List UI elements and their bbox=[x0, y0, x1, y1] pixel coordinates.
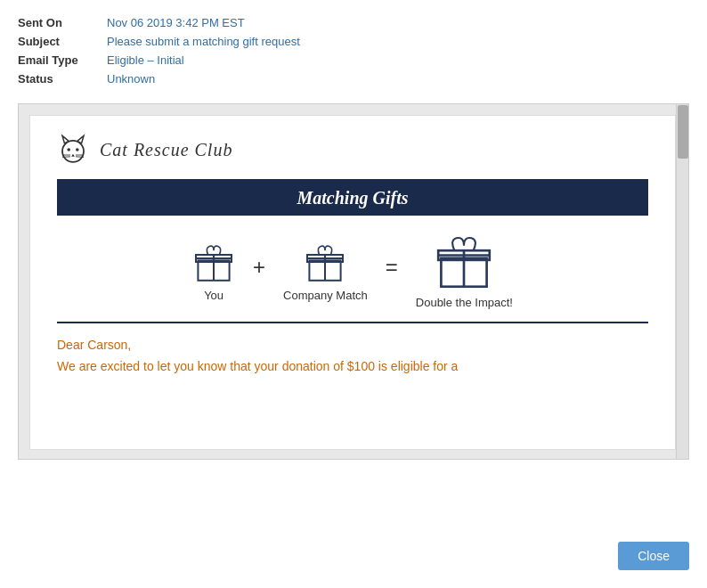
email-header-logo: Cat Rescue Club bbox=[30, 116, 675, 179]
matching-gifts-text: Matching Gifts bbox=[297, 188, 408, 208]
email-type-row: Email Type Eligible – Initial bbox=[18, 53, 689, 67]
svg-marker-1 bbox=[62, 135, 69, 143]
cat-logo-icon bbox=[57, 134, 89, 166]
sent-on-label: Sent On bbox=[18, 16, 107, 29]
svg-point-4 bbox=[76, 148, 79, 151]
plus-operator: + bbox=[253, 255, 265, 280]
org-name: Cat Rescue Club bbox=[100, 140, 232, 160]
gift-impact: Double the Impact! bbox=[416, 233, 513, 309]
svg-line-7 bbox=[62, 157, 70, 158]
gift-you: You bbox=[192, 241, 235, 302]
sent-on-row: Sent On Nov 06 2019 3:42 PM EST bbox=[18, 16, 689, 29]
gift2-label: Company Match bbox=[283, 289, 368, 302]
gifts-row: You + Company Match = bbox=[30, 216, 675, 318]
subject-row: Subject Please submit a matching gift re… bbox=[18, 35, 689, 48]
matching-gifts-banner: Matching Gifts bbox=[57, 181, 648, 216]
status-row: Status Unknown bbox=[18, 72, 689, 86]
gift3-label: Double the Impact! bbox=[416, 296, 513, 309]
svg-point-0 bbox=[62, 141, 84, 162]
gift-company: Company Match bbox=[283, 241, 368, 302]
metadata-section: Sent On Nov 06 2019 3:42 PM EST Subject … bbox=[0, 0, 707, 103]
subject-label: Subject bbox=[18, 35, 107, 48]
email-type-label: Email Type bbox=[18, 53, 107, 67]
svg-point-3 bbox=[67, 148, 70, 151]
svg-line-9 bbox=[76, 157, 84, 158]
status-value: Unknown bbox=[107, 72, 155, 86]
dear-line: Dear Carson, bbox=[57, 338, 648, 352]
email-body-text: Dear Carson, We are excited to let you k… bbox=[30, 323, 675, 388]
equals-operator: = bbox=[386, 255, 398, 280]
status-label: Status bbox=[18, 72, 107, 86]
svg-marker-2 bbox=[77, 135, 84, 143]
scrollbar-thumb[interactable] bbox=[678, 105, 688, 159]
body-line: We are excited to let you know that your… bbox=[57, 359, 648, 373]
subject-value: Please submit a matching gift request bbox=[107, 35, 300, 48]
svg-marker-5 bbox=[71, 154, 75, 157]
scrollbar[interactable] bbox=[676, 104, 688, 459]
sent-on-value: Nov 06 2019 3:42 PM EST bbox=[107, 16, 245, 29]
email-content-area: Cat Rescue Club Matching Gifts bbox=[29, 115, 676, 450]
gift1-label: You bbox=[204, 289, 223, 302]
email-type-value: Eligible – Initial bbox=[107, 53, 184, 67]
email-preview-wrapper: Cat Rescue Club Matching Gifts bbox=[18, 103, 689, 460]
close-button[interactable]: Close bbox=[618, 542, 689, 570]
main-container: Sent On Nov 06 2019 3:42 PM EST Subject … bbox=[0, 0, 707, 588]
